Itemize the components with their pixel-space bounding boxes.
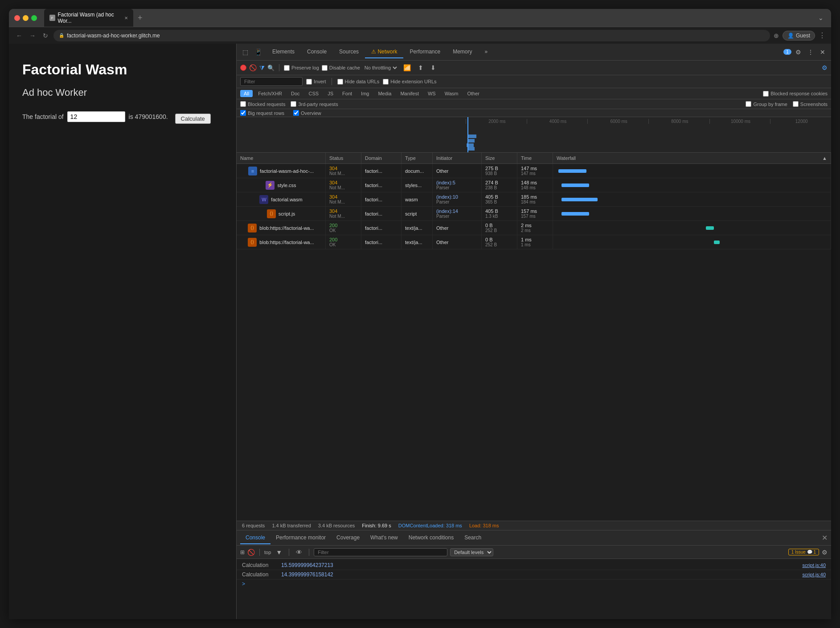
preserve-log-label[interactable]: Preserve log: [284, 65, 319, 71]
big-request-rows-label[interactable]: Big request rows: [240, 110, 284, 116]
filter-doc[interactable]: Doc: [287, 90, 303, 97]
device-toolbar-button[interactable]: 📱: [252, 47, 264, 57]
preserve-log-checkbox[interactable]: [284, 65, 290, 71]
new-tab-button[interactable]: +: [135, 12, 145, 24]
console-settings-button[interactable]: ⚙: [822, 549, 828, 556]
tab-sources[interactable]: Sources: [333, 46, 365, 58]
guest-button[interactable]: 👤 Guest: [783, 31, 815, 41]
hide-extension-urls-label[interactable]: Hide extension URLs: [383, 79, 436, 85]
console-sidebar-button[interactable]: ⊞: [240, 549, 245, 555]
import-har-button[interactable]: ⬆: [416, 62, 426, 73]
overview-label[interactable]: Overview: [293, 110, 321, 116]
devtools-settings-button[interactable]: ⚙: [793, 47, 803, 57]
screenshots-label[interactable]: Screenshots: [793, 101, 828, 107]
default-levels-select[interactable]: Default levels: [450, 548, 493, 556]
th-time[interactable]: Time: [517, 153, 553, 163]
table-row[interactable]: ⟨⟩ script.js 304 Not M... factori... scr…: [237, 207, 831, 221]
record-button[interactable]: [240, 65, 246, 71]
context-dropdown-button[interactable]: ▼: [274, 547, 284, 558]
group-by-frame-label[interactable]: Group by frame: [746, 101, 787, 107]
tab-network[interactable]: Network: [365, 46, 403, 58]
third-party-label[interactable]: 3rd-party requests: [291, 101, 338, 107]
th-type[interactable]: Type: [402, 153, 433, 163]
console-input-chevron[interactable]: >: [237, 579, 831, 588]
disable-cache-label[interactable]: Disable cache: [322, 65, 360, 71]
blocked-requests-label[interactable]: Blocked requests: [240, 101, 285, 107]
filter-css[interactable]: CSS: [305, 90, 323, 97]
th-waterfall[interactable]: Waterfall ▲: [553, 153, 831, 163]
hide-data-urls-checkbox[interactable]: [337, 79, 343, 85]
table-row[interactable]: ⟨⟩ blob:https://factorial-wa... 200 OK f…: [237, 235, 831, 249]
filter-all[interactable]: All: [240, 90, 253, 97]
third-party-checkbox[interactable]: [291, 101, 296, 107]
table-row[interactable]: ⚡ style.css 304 Not M... factori... styl…: [237, 178, 831, 192]
console-source-1[interactable]: script.js:40: [802, 563, 826, 568]
blocked-response-cookies-checkbox[interactable]: [763, 91, 769, 97]
blocked-requests-checkbox[interactable]: [240, 101, 246, 107]
filter-input[interactable]: [240, 77, 303, 86]
screenshots-checkbox[interactable]: [793, 101, 799, 107]
filter-other[interactable]: Other: [463, 90, 483, 97]
devtools-close-button[interactable]: ✕: [818, 47, 828, 57]
tab-list-button[interactable]: ⌄: [816, 12, 826, 23]
overview-checkbox[interactable]: [293, 110, 299, 116]
console-clear-button[interactable]: 🚫: [247, 549, 255, 556]
minimize-traffic-light[interactable]: [23, 15, 29, 21]
hide-data-urls-label[interactable]: Hide data URLs: [337, 79, 380, 85]
devtools-more-button[interactable]: ⋮: [805, 47, 816, 57]
tab-console[interactable]: Console: [301, 46, 333, 58]
console-source-2[interactable]: script.js:40: [802, 572, 826, 577]
filter-toggle-button[interactable]: ⧩: [259, 64, 265, 72]
network-conditions-button[interactable]: 📶: [401, 62, 413, 73]
close-traffic-light[interactable]: [14, 15, 20, 21]
tab-close-button[interactable]: ✕: [124, 16, 128, 20]
export-har-button[interactable]: ⬇: [428, 62, 438, 73]
console-tab-console[interactable]: Console: [240, 532, 270, 544]
console-tab-network-conditions[interactable]: Network conditions: [403, 532, 459, 544]
table-row[interactable]: ≡ factorial-wasm-ad-hoc-... 304 Not M...…: [237, 164, 831, 178]
browser-menu-button[interactable]: ⋮: [819, 31, 826, 40]
table-row[interactable]: ⟨⟩ blob:https://factorial-wa... 200 OK f…: [237, 221, 831, 235]
big-request-rows-checkbox[interactable]: [240, 110, 246, 116]
invert-checkbox[interactable]: [306, 79, 312, 85]
filter-ws[interactable]: WS: [424, 90, 439, 97]
filter-font[interactable]: Font: [339, 90, 356, 97]
console-tab-search[interactable]: Search: [459, 532, 487, 544]
console-tab-performance[interactable]: Performance monitor: [270, 532, 331, 544]
search-button[interactable]: 🔍: [267, 65, 275, 71]
tab-performance[interactable]: Performance: [403, 46, 447, 58]
disable-cache-checkbox[interactable]: [322, 65, 328, 71]
tab-elements[interactable]: Elements: [266, 46, 301, 58]
browser-tab-active[interactable]: F Factorial Wasm (ad hoc Wor... ✕: [44, 9, 133, 27]
filter-manifest[interactable]: Manifest: [397, 90, 422, 97]
maximize-traffic-light[interactable]: [31, 15, 37, 21]
th-name[interactable]: Name: [237, 153, 326, 163]
back-button[interactable]: ←: [14, 31, 24, 40]
console-close-button[interactable]: ✕: [822, 534, 828, 542]
tab-memory[interactable]: Memory: [447, 46, 478, 58]
calculate-button[interactable]: Calculate: [175, 114, 211, 124]
inspect-element-button[interactable]: ⬚: [240, 47, 250, 57]
th-size[interactable]: Size: [482, 153, 517, 163]
clear-button[interactable]: 🚫: [249, 64, 257, 71]
filter-js[interactable]: JS: [324, 90, 337, 97]
network-settings-button[interactable]: ⚙: [822, 64, 828, 71]
th-status[interactable]: Status: [326, 153, 361, 163]
th-domain[interactable]: Domain: [361, 153, 402, 163]
table-row[interactable]: W factorial.wasm 304 Not M... factori...…: [237, 192, 831, 207]
blocked-response-cookies-label[interactable]: Blocked response cookies: [763, 91, 828, 97]
th-initiator[interactable]: Initiator: [433, 153, 482, 163]
console-tab-whats-new[interactable]: What's new: [365, 532, 403, 544]
filter-wasm[interactable]: Wasm: [441, 90, 462, 97]
tab-more[interactable]: »: [479, 46, 494, 58]
hide-extension-urls-checkbox[interactable]: [383, 79, 389, 85]
group-by-frame-checkbox[interactable]: [746, 101, 751, 107]
invert-label[interactable]: Invert: [306, 79, 326, 85]
reload-button[interactable]: ↻: [41, 31, 50, 40]
zoom-button[interactable]: ⊕: [774, 32, 779, 39]
filter-fetch-xhr[interactable]: Fetch/XHR: [254, 90, 286, 97]
filter-media[interactable]: Media: [374, 90, 395, 97]
filter-img[interactable]: Img: [357, 90, 373, 97]
factorial-input[interactable]: [67, 111, 125, 122]
console-filter-input[interactable]: [314, 548, 447, 556]
